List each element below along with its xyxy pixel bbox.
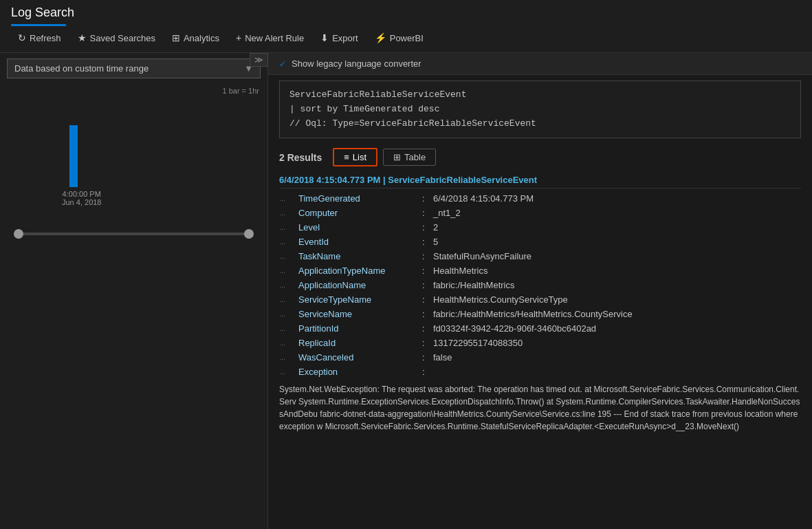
toolbar: ↻ Refresh ★ Saved Searches ⊞ Analytics +… <box>11 26 801 50</box>
field-name: ServiceName <box>298 309 422 319</box>
field-row: ... ApplicationTypeName : HealthMetrics <box>279 263 801 278</box>
field-ellipsis: ... <box>279 266 298 274</box>
field-row: ... Level : 2 <box>279 220 801 235</box>
field-name: ApplicationName <box>298 280 422 290</box>
field-colon: : <box>422 309 433 319</box>
chart-area: 4:00:00 PM Jun 4, 2018 <box>0 98 267 529</box>
time-range-selector[interactable]: Data based on custom time range ▼ <box>7 58 261 78</box>
tab-list-button[interactable]: ≡ List <box>333 148 377 166</box>
field-row: ... ServiceName : fabric:/HealthMetrics/… <box>279 307 801 321</box>
refresh-icon: ↻ <box>18 32 26 43</box>
field-row: ... TimeGenerated : 6/4/2018 4:15:04.773… <box>279 191 801 206</box>
field-value: 2 <box>433 222 801 233</box>
field-value: fd03324f-3942-422b-906f-3460bc6402ad <box>433 323 801 334</box>
main-layout: ≫ Data based on custom time range ▼ 1 ba… <box>0 53 812 529</box>
field-ellipsis: ... <box>279 252 298 260</box>
field-value: fabric:/HealthMetrics/HealthMetrics.Coun… <box>433 309 801 319</box>
results-bar: 2 Results ≡ List ⊞ Table <box>268 144 812 171</box>
list-icon: ≡ <box>344 152 349 162</box>
new-alert-rule-button[interactable]: + New Alert Rule <box>229 29 311 47</box>
field-row: ... TaskName : StatefulRunAsyncFailure <box>279 249 801 263</box>
field-value: fabric:/HealthMetrics <box>433 280 801 290</box>
plus-icon: + <box>236 32 241 43</box>
field-value: StatefulRunAsyncFailure <box>433 251 801 261</box>
bar-label: 1 bar = 1hr <box>0 84 267 98</box>
table-icon: ⊞ <box>393 152 401 162</box>
field-colon: : <box>422 280 433 290</box>
field-name: TaskName <box>298 251 422 261</box>
field-row: ... Exception : <box>279 365 801 379</box>
field-row: ... ServiceTypeName : HealthMetrics.Coun… <box>279 292 801 307</box>
analytics-button[interactable]: ⊞ Analytics <box>165 29 226 47</box>
field-row: ... ReplicaId : 131722955174088350 <box>279 336 801 350</box>
refresh-button[interactable]: ↻ Refresh <box>11 29 68 47</box>
fields-container: ... TimeGenerated : 6/4/2018 4:15:04.773… <box>279 191 801 379</box>
field-value: HealthMetrics <box>433 266 801 276</box>
field-colon: : <box>422 251 433 261</box>
chart-container <box>7 105 261 187</box>
field-colon: : <box>422 266 433 276</box>
slider-handle-right[interactable] <box>244 229 254 239</box>
field-colon: : <box>422 352 433 363</box>
field-name: ServiceTypeName <box>298 294 422 305</box>
field-name: TimeGenerated <box>298 193 422 204</box>
field-value: 6/4/2018 4:15:04.773 PM <box>433 193 801 204</box>
left-panel: ≫ Data based on custom time range ▼ 1 ba… <box>0 53 268 529</box>
field-name: EventId <box>298 237 422 247</box>
field-value: 5 <box>433 237 801 247</box>
field-row: ... PartitionId : fd03324f-3942-422b-906… <box>279 321 801 336</box>
chevron-right-icon: ✓ <box>279 59 286 69</box>
saved-searches-button[interactable]: ★ Saved Searches <box>71 29 162 47</box>
legacy-text: Show legacy language converter <box>292 58 421 69</box>
field-value: HealthMetrics.CountyServiceType <box>433 294 801 305</box>
download-icon: ⬇ <box>320 32 329 43</box>
field-colon: : <box>422 294 433 305</box>
field-ellipsis: ... <box>279 208 298 217</box>
field-ellipsis: ... <box>279 367 298 376</box>
export-button[interactable]: ⬇ Export <box>314 29 365 47</box>
field-row: ... EventId : 5 <box>279 235 801 249</box>
slider-track <box>14 233 254 235</box>
field-name: ApplicationTypeName <box>298 266 422 276</box>
field-colon: : <box>422 222 433 233</box>
powerbi-button[interactable]: ⚡ PowerBI <box>368 29 430 47</box>
powerbi-icon: ⚡ <box>375 32 386 43</box>
field-colon: : <box>422 338 433 348</box>
field-name: Level <box>298 222 422 233</box>
field-colon: : <box>422 208 433 218</box>
field-colon: : <box>422 237 433 247</box>
field-ellipsis: ... <box>279 324 298 332</box>
field-ellipsis: ... <box>279 281 298 289</box>
field-colon: : <box>422 323 433 334</box>
app-title-block: Log Search <box>11 6 801 26</box>
legacy-bar: ✓ Show legacy language converter <box>268 53 812 75</box>
field-name: Computer <box>298 208 422 218</box>
chart-bar-active <box>69 125 78 187</box>
field-name: PartitionId <box>298 323 422 334</box>
time-annotation: 4:00:00 PM Jun 4, 2018 <box>62 190 102 206</box>
result-header: 6/4/2018 4:15:04.773 PM | ServiceFabricR… <box>279 171 801 188</box>
field-ellipsis: ... <box>279 295 298 303</box>
field-ellipsis: ... <box>279 353 298 361</box>
field-colon: : <box>422 367 433 377</box>
field-value: 131722955174088350 <box>433 338 801 348</box>
right-panel: ✓ Show legacy language converter Service… <box>268 53 812 529</box>
field-ellipsis: ... <box>279 237 298 246</box>
tab-table-button[interactable]: ⊞ Table <box>383 149 436 166</box>
collapse-button[interactable]: ≫ <box>250 53 268 67</box>
field-row: ... Computer : _nt1_2 <box>279 206 801 220</box>
slider-handle-left[interactable] <box>14 229 23 239</box>
field-ellipsis: ... <box>279 310 298 318</box>
exception-block: System.Net.WebException: The request was… <box>279 379 801 437</box>
star-icon: ★ <box>78 32 87 43</box>
field-ellipsis: ... <box>279 223 298 231</box>
field-row: ... WasCanceled : false <box>279 350 801 365</box>
field-value: _nt1_2 <box>433 208 801 218</box>
grid-icon: ⊞ <box>172 32 180 43</box>
slider-area <box>7 233 261 248</box>
field-ellipsis: ... <box>279 338 298 347</box>
time-range-label: Data based on custom time range <box>14 63 149 74</box>
results-count: 2 Results <box>279 152 322 163</box>
query-box[interactable]: ServiceFabricReliableServiceEvent | sort… <box>279 80 801 138</box>
results-content: 6/4/2018 4:15:04.773 PM | ServiceFabricR… <box>268 171 812 529</box>
